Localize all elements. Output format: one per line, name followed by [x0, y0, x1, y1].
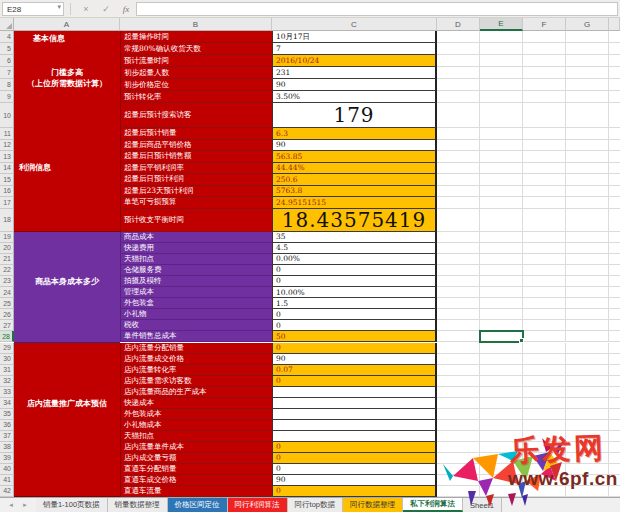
empty-cells-row-7[interactable]	[437, 67, 620, 79]
row-header-7[interactable]: 7	[0, 67, 14, 79]
cell-C39[interactable]: 0	[272, 453, 437, 464]
section-block-promo[interactable]: 店内流量推广成本预估	[14, 343, 120, 497]
formula-bar[interactable]	[136, 2, 618, 16]
cell-C24[interactable]: 10.00%	[272, 287, 437, 298]
cell-C17[interactable]: 24.95151515	[272, 197, 437, 209]
cell-B35[interactable]: 外包装成本	[120, 409, 272, 420]
cell-B7[interactable]: 初步起量人数	[120, 67, 272, 79]
sheet-tab-6[interactable]: 同行数据整理	[343, 498, 403, 512]
cell-C5[interactable]: 7	[272, 43, 437, 55]
empty-cells-row-13[interactable]	[437, 151, 620, 163]
empty-cells-row-31[interactable]	[437, 365, 620, 376]
row-header-6[interactable]: 6	[0, 55, 14, 67]
row-header-24[interactable]: 24	[0, 287, 14, 298]
row-header-22[interactable]: 22	[0, 265, 14, 276]
row-header-35[interactable]: 35	[0, 409, 14, 420]
row-header-36[interactable]: 36	[0, 420, 14, 431]
row-header-33[interactable]: 33	[0, 387, 14, 398]
cell-B23[interactable]: 拍摄及模特	[120, 276, 272, 287]
cell-C34[interactable]	[272, 398, 437, 409]
empty-cells-row-19[interactable]	[437, 232, 620, 243]
cell-B17[interactable]: 单笔可亏损预算	[120, 197, 272, 209]
empty-cells-row-35[interactable]	[437, 409, 620, 420]
cell-C6[interactable]: 2016/10/24	[272, 55, 437, 67]
cell-B26[interactable]: 小礼物	[120, 309, 272, 320]
cell-B13[interactable]: 起量后日预计销售额	[120, 151, 272, 163]
empty-cells-row-29[interactable]	[437, 343, 620, 354]
empty-cells-row-42[interactable]	[437, 486, 620, 497]
cell-B40[interactable]: 直通车分配销量	[120, 464, 272, 475]
row-header-4[interactable]: 4	[0, 31, 14, 43]
empty-cells-row-11[interactable]	[437, 128, 620, 140]
cell-C7[interactable]: 231	[272, 67, 437, 79]
cell-C20[interactable]: 4.5	[272, 243, 437, 254]
sheet-tab-4[interactable]: 同行利润算法	[228, 498, 288, 512]
row-header-32[interactable]: 32	[0, 376, 14, 387]
cell-B36[interactable]: 小礼物成本	[120, 420, 272, 431]
cell-B10[interactable]: 起量后预计搜索访客	[120, 103, 272, 128]
sheet-tab-7[interactable]: 私下利润算法	[403, 498, 463, 512]
empty-cells-row-33[interactable]	[437, 387, 620, 398]
cell-C18[interactable]: 18.43575419	[272, 209, 437, 232]
column-header-partial[interactable]	[609, 18, 620, 31]
sheet-tab-8[interactable]: Sheet1	[463, 498, 502, 512]
row-header-37[interactable]: 37	[0, 431, 14, 442]
cell-B27[interactable]: 税收	[120, 320, 272, 331]
row-header-19[interactable]: 19	[0, 232, 14, 243]
empty-cells-row-8[interactable]	[437, 79, 620, 91]
prev-sheet-icon[interactable]: ◄	[8, 502, 14, 508]
row-header-38[interactable]: 38	[0, 442, 14, 453]
cell-C33[interactable]	[272, 387, 437, 398]
cell-C13[interactable]: 563.85	[272, 151, 437, 163]
cell-B14[interactable]: 起量后平销利润率	[120, 163, 272, 175]
empty-cells-row-4[interactable]	[437, 31, 620, 43]
cell-B25[interactable]: 外包装盒	[120, 298, 272, 309]
cell-B31[interactable]: 店内流量转化率	[120, 365, 272, 376]
empty-cells-row-32[interactable]	[437, 376, 620, 387]
row-header-14[interactable]: 14	[0, 163, 14, 175]
cell-B12[interactable]: 起量后商品平销价格	[120, 140, 272, 152]
cell-C29[interactable]: 0	[272, 343, 437, 354]
column-header-D[interactable]: D	[437, 18, 480, 31]
column-header-B[interactable]: B	[120, 18, 272, 31]
cell-B18[interactable]: 预计收支平衡时间	[120, 209, 272, 232]
cell-C26[interactable]: 0	[272, 309, 437, 320]
cell-C38[interactable]: 0	[272, 442, 437, 453]
cell-C19[interactable]: 35	[272, 232, 437, 243]
row-header-11[interactable]: 11	[0, 128, 14, 140]
empty-cells-row-22[interactable]	[437, 265, 620, 276]
cell-B41[interactable]: 直通车成交价格	[120, 475, 272, 486]
row-header-15[interactable]: 15	[0, 174, 14, 186]
column-header-F[interactable]: F	[523, 18, 566, 31]
empty-cells-row-41[interactable]	[437, 475, 620, 486]
cell-C16[interactable]: 5763.8	[272, 186, 437, 198]
row-header-9[interactable]: 9	[0, 91, 14, 103]
cell-C31[interactable]: 0.07	[272, 365, 437, 376]
empty-cells-row-34[interactable]	[437, 398, 620, 409]
cell-B29[interactable]: 店内流量分配销量	[120, 343, 272, 354]
cell-B6[interactable]: 预计流量时间	[120, 55, 272, 67]
empty-cells-row-21[interactable]	[437, 254, 620, 265]
row-header-25[interactable]: 25	[0, 298, 14, 309]
cell-B21[interactable]: 天猫扣点	[120, 254, 272, 265]
row-header-28[interactable]: 28	[0, 331, 14, 342]
row-header-27[interactable]: 27	[0, 320, 14, 331]
cell-B20[interactable]: 快递费用	[120, 243, 272, 254]
cell-C25[interactable]: 1.5	[272, 298, 437, 309]
next-sheet-icon[interactable]: ►	[22, 502, 28, 508]
row-header-18[interactable]: 18	[0, 209, 14, 232]
row-header-39[interactable]: 39	[0, 453, 14, 464]
row-header-12[interactable]: 12	[0, 140, 14, 152]
cell-C23[interactable]: 0	[272, 276, 437, 287]
row-header-41[interactable]: 41	[0, 475, 14, 486]
column-header-G[interactable]: G	[566, 18, 609, 31]
section-block-basic[interactable]: 基本信息门槛多高（上位所需数据计算）利润信息	[14, 31, 120, 232]
empty-cells-row-14[interactable]	[437, 163, 620, 175]
cell-C9[interactable]: 3.50%	[272, 91, 437, 103]
sheet-tab-2[interactable]: 销量数据整理	[108, 498, 168, 512]
cell-B30[interactable]: 店内流量成交价格	[120, 354, 272, 365]
row-header-34[interactable]: 34	[0, 398, 14, 409]
row-header-29[interactable]: 29	[0, 343, 14, 354]
row-header-26[interactable]: 26	[0, 309, 14, 320]
cell-B33[interactable]: 店内流量商品的生产成本	[120, 387, 272, 398]
